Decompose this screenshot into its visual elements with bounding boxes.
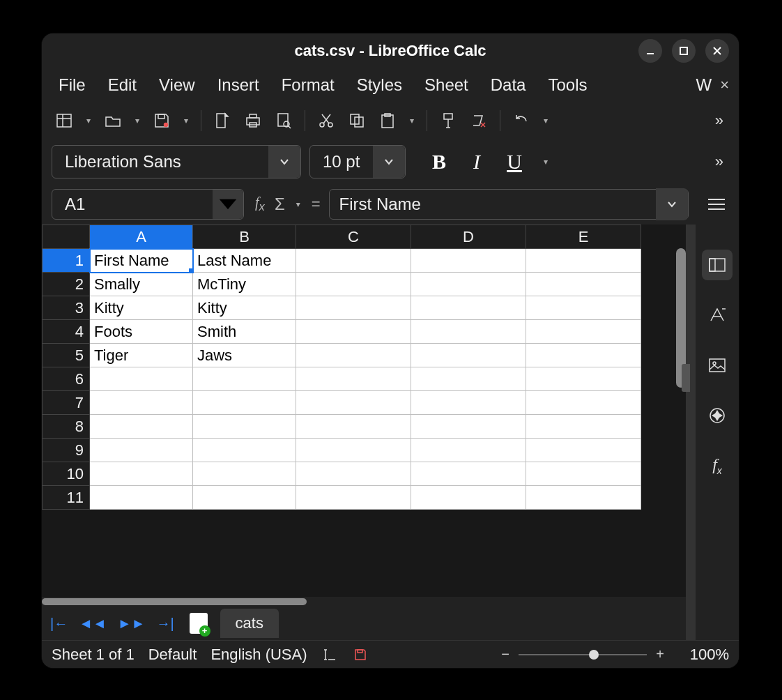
cell[interactable] <box>526 391 641 415</box>
row-header[interactable]: 4 <box>43 320 90 344</box>
status-style[interactable]: Default <box>148 646 197 664</box>
print-preview-button[interactable] <box>271 108 296 133</box>
cell[interactable] <box>296 296 411 320</box>
print-button[interactable] <box>240 108 266 133</box>
row-header[interactable]: 6 <box>43 367 90 391</box>
menu-overflow[interactable]: W × <box>696 75 733 95</box>
cell[interactable]: Tiger <box>90 344 193 367</box>
select-all-corner[interactable] <box>43 225 90 249</box>
cell[interactable] <box>411 439 526 462</box>
maximize-button[interactable] <box>672 39 696 63</box>
cell[interactable] <box>90 462 193 486</box>
cell[interactable]: Kitty <box>90 296 193 320</box>
paste-button[interactable] <box>375 108 400 133</box>
cell[interactable] <box>193 486 296 510</box>
cell[interactable] <box>411 320 526 344</box>
cell[interactable] <box>296 415 411 439</box>
cell[interactable] <box>296 249 411 273</box>
col-header-c[interactable]: C <box>296 225 411 249</box>
menu-view[interactable]: View <box>148 71 206 99</box>
cell[interactable] <box>193 367 296 391</box>
menu-edit[interactable]: Edit <box>97 71 148 99</box>
cell[interactable] <box>296 486 411 510</box>
insert-mode-icon[interactable] <box>321 646 338 663</box>
row-header[interactable]: 7 <box>43 391 90 415</box>
cell[interactable] <box>526 344 641 367</box>
font-size-value[interactable]: 10 pt <box>310 152 373 172</box>
underline-button[interactable]: U <box>502 150 527 174</box>
cell[interactable] <box>411 273 526 296</box>
sidebar-settings-button[interactable] <box>704 192 729 217</box>
cell[interactable] <box>526 320 641 344</box>
horizontal-scrollbar-track[interactable] <box>42 597 686 607</box>
clear-format-button[interactable] <box>466 108 491 133</box>
cell[interactable] <box>411 415 526 439</box>
col-header-d[interactable]: D <box>411 225 526 249</box>
cell[interactable] <box>526 415 641 439</box>
cell[interactable]: McTiny <box>193 273 296 296</box>
save-dropdown[interactable]: ▾ <box>180 116 192 125</box>
row-header[interactable]: 8 <box>43 415 90 439</box>
font-name-value[interactable]: Liberation Sans <box>52 152 268 172</box>
cut-button[interactable] <box>314 108 339 133</box>
zoom-slider[interactable]: − + <box>499 646 666 662</box>
cell[interactable]: Smith <box>193 320 296 344</box>
cell[interactable] <box>90 415 193 439</box>
underline-dropdown[interactable]: ▾ <box>539 157 552 167</box>
cell-reference-dropdown[interactable] <box>213 190 243 219</box>
row-header[interactable]: 11 <box>43 486 90 510</box>
cell[interactable] <box>526 273 641 296</box>
col-header-b[interactable]: B <box>193 225 296 249</box>
functions-panel-button[interactable]: fx <box>702 450 733 481</box>
menu-styles[interactable]: Styles <box>346 71 413 99</box>
cell[interactable] <box>296 367 411 391</box>
cell[interactable] <box>193 391 296 415</box>
cell[interactable]: First Name <box>90 249 193 273</box>
cell[interactable] <box>296 439 411 462</box>
cell[interactable]: Foots <box>90 320 193 344</box>
row-header[interactable]: 9 <box>43 439 90 462</box>
clone-format-button[interactable] <box>436 108 461 133</box>
zoom-track[interactable] <box>519 654 647 655</box>
formula-input-value[interactable]: First Name <box>330 195 656 214</box>
font-name-combo[interactable]: Liberation Sans <box>52 145 301 178</box>
font-name-dropdown[interactable] <box>268 146 300 178</box>
row-header[interactable]: 2 <box>43 273 90 296</box>
cell[interactable]: Smally <box>90 273 193 296</box>
cell[interactable] <box>411 391 526 415</box>
next-sheet-button[interactable]: ►► <box>115 614 148 633</box>
cell-reference-value[interactable]: A1 <box>52 195 213 214</box>
first-sheet-button[interactable]: |← <box>47 614 70 633</box>
col-header-e[interactable]: E <box>526 225 641 249</box>
cell[interactable] <box>296 273 411 296</box>
formula-equals-button[interactable]: = <box>312 195 321 213</box>
menu-sheet[interactable]: Sheet <box>413 71 480 99</box>
save-button[interactable] <box>149 108 174 133</box>
cell[interactable]: Last Name <box>193 249 296 273</box>
prev-sheet-button[interactable]: ◄◄ <box>76 614 109 633</box>
cell[interactable] <box>526 439 641 462</box>
italic-button[interactable]: I <box>464 150 489 174</box>
cell[interactable] <box>411 486 526 510</box>
bold-button[interactable]: B <box>427 150 452 174</box>
row-header[interactable]: 3 <box>43 296 90 320</box>
toolbar-overflow-icon[interactable]: » <box>710 109 729 132</box>
status-language[interactable]: English (USA) <box>210 646 307 664</box>
cell-reference-box[interactable]: A1 <box>52 189 244 220</box>
undo-button[interactable] <box>509 108 534 133</box>
menu-data[interactable]: Data <box>480 71 537 99</box>
open-button[interactable] <box>100 108 125 133</box>
row-header[interactable]: 5 <box>43 344 90 367</box>
col-header-a[interactable]: A <box>90 225 193 249</box>
function-wizard-button[interactable]: fx <box>252 192 268 217</box>
menu-insert[interactable]: Insert <box>206 71 270 99</box>
font-size-dropdown[interactable] <box>373 146 405 178</box>
cell[interactable] <box>526 367 641 391</box>
styles-panel-button[interactable] <box>702 300 733 330</box>
open-dropdown[interactable]: ▾ <box>131 116 144 125</box>
cell[interactable] <box>411 296 526 320</box>
cell[interactable] <box>411 344 526 367</box>
cell[interactable] <box>411 367 526 391</box>
horizontal-scrollbar-thumb[interactable] <box>42 598 307 605</box>
gallery-panel-button[interactable] <box>702 350 733 381</box>
